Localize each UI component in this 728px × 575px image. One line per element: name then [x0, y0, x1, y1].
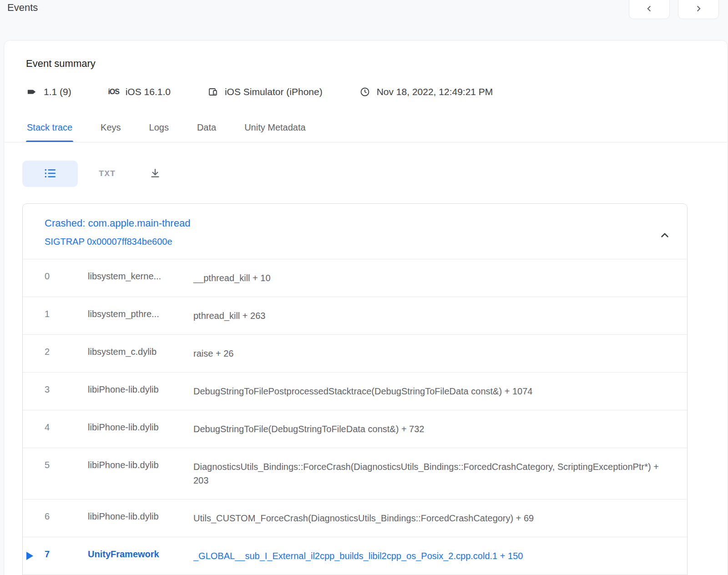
event-meta-row: 1.1 (9) iOS iOS 16.1.0 iOS Simulator (iP…: [26, 86, 706, 98]
tab-keys[interactable]: Keys: [100, 117, 121, 142]
timestamp-meta: Nov 18, 2022, 12:49:21 PM: [359, 86, 493, 98]
frame-library: libsystem_pthre...: [88, 309, 193, 319]
os-label: iOS 16.1.0: [126, 86, 171, 97]
tab-unity-metadata[interactable]: Unity Metadata: [243, 117, 307, 142]
frame-symbol: DiagnosticsUtils_Bindings::ForceCrash(Di…: [193, 460, 660, 487]
frame-library: libiPhone-lib.dylib: [88, 422, 193, 433]
stack-frame-row[interactable]: 2 libsystem_c.dylib raise + 26: [23, 334, 687, 372]
os-meta: iOS iOS 16.1.0: [108, 86, 171, 98]
frame-library: libsystem_kerne...: [88, 271, 193, 282]
frame-symbol: pthread_kill + 263: [193, 309, 660, 323]
stack-frame-row[interactable]: 3 libiPhone-lib.dylib DebugStringToFileP…: [23, 372, 687, 410]
tab-stack-trace[interactable]: Stack trace: [26, 117, 73, 142]
clock-icon: [359, 86, 371, 98]
tab-label: Logs: [149, 122, 169, 132]
tab-logs[interactable]: Logs: [148, 117, 170, 142]
crashed-thread-titles: Crashed: com.apple.main-thread SIGTRAP 0…: [45, 217, 190, 247]
stack-frame-row[interactable]: 6 libiPhone-lib.dylib Utils_CUSTOM_Force…: [23, 499, 687, 537]
frame-library: libiPhone-lib.dylib: [88, 384, 193, 395]
frame-symbol: DebugStringToFilePostprocessedStacktrace…: [193, 384, 660, 398]
frame-library: libsystem_c.dylib: [88, 347, 193, 357]
frame-index: 2: [45, 347, 88, 357]
frame-library: libiPhone-lib.dylib: [88, 460, 193, 470]
list-view-icon: [44, 167, 56, 181]
frame-library: UnityFramework: [88, 549, 193, 560]
download-button[interactable]: [147, 167, 164, 181]
timestamp-label: Nov 18, 2022, 12:49:21 PM: [377, 86, 493, 97]
crashed-thread-header: Crashed: com.apple.main-thread SIGTRAP 0…: [23, 204, 687, 259]
frame-symbol: _GLOBAL__sub_I_External_il2cpp_builds_li…: [193, 549, 660, 563]
frame-index: 7: [45, 549, 88, 560]
collapse-thread-button[interactable]: [654, 225, 675, 247]
chevron-right-icon: [693, 4, 703, 15]
frame-index: 4: [45, 422, 88, 433]
ios-icon: iOS: [108, 86, 120, 98]
tab-label: Keys: [101, 122, 121, 132]
stack-trace-toolbar: TXT: [4, 142, 728, 187]
chevron-up-icon: [659, 236, 671, 242]
crashed-thread-title: Crashed: com.apple.main-thread: [45, 217, 190, 229]
version-meta: 1.1 (9): [26, 86, 71, 98]
page-title: Events: [7, 1, 38, 14]
device-icon: [207, 86, 219, 98]
chevron-left-icon: [644, 4, 654, 15]
stack-trace-panel: Crashed: com.apple.main-thread SIGTRAP 0…: [22, 203, 688, 575]
version-tag-icon: [26, 86, 38, 98]
frame-index: 1: [45, 309, 88, 319]
stack-frame-row[interactable]: 7 UnityFramework _GLOBAL__sub_I_External…: [23, 537, 687, 575]
stack-frame-row[interactable]: 1 libsystem_pthre... pthread_kill + 263: [23, 297, 687, 334]
tab-bar: Stack trace Keys Logs Data Unity Metadat…: [4, 117, 728, 142]
stack-frame-row[interactable]: 5 libiPhone-lib.dylib DiagnosticsUtils_B…: [23, 448, 687, 499]
frame-index: 5: [45, 460, 88, 470]
event-summary-title: Event summary: [26, 58, 706, 70]
device-meta: iOS Simulator (iPhone): [207, 86, 323, 98]
txt-view-button[interactable]: TXT: [96, 168, 118, 179]
device-label: iOS Simulator (iPhone): [225, 86, 323, 97]
event-card: Event summary 1.1 (9) iOS iOS 16.1.0: [4, 40, 728, 575]
event-pagination: [629, 1, 719, 19]
stack-frame-list: 0 libsystem_kerne... __pthread_kill + 10…: [23, 259, 687, 575]
tab-label: Unity Metadata: [244, 122, 306, 132]
frame-symbol: Utils_CUSTOM_ForceCrash(DiagnosticsUtils…: [193, 511, 660, 525]
tab-data[interactable]: Data: [196, 117, 217, 142]
event-summary-section: Event summary 1.1 (9) iOS iOS 16.1.0: [4, 40, 728, 98]
stack-frame-row[interactable]: 0 libsystem_kerne... __pthread_kill + 10: [23, 259, 687, 297]
download-icon: [149, 167, 161, 181]
tab-label: Data: [197, 122, 216, 132]
list-view-button[interactable]: [22, 161, 78, 187]
frame-symbol: __pthread_kill + 10: [193, 271, 660, 285]
frame-symbol: raise + 26: [193, 347, 660, 360]
version-label: 1.1 (9): [44, 86, 71, 97]
crash-marker-icon: [26, 552, 33, 560]
tab-label: Stack trace: [27, 122, 72, 132]
top-bar: Events: [0, 0, 728, 40]
frame-symbol: DebugStringToFile(DebugStringToFileData …: [193, 422, 660, 436]
frame-index: 3: [45, 384, 88, 395]
frame-library: libiPhone-lib.dylib: [88, 511, 193, 522]
next-event-button[interactable]: [678, 0, 719, 19]
frame-index: 0: [45, 271, 88, 282]
previous-event-button[interactable]: [629, 0, 670, 19]
crash-signal: SIGTRAP 0x00007ff834be600e: [45, 237, 190, 247]
frame-index: 6: [45, 511, 88, 522]
stack-frame-row[interactable]: 4 libiPhone-lib.dylib DebugStringToFile(…: [23, 410, 687, 448]
